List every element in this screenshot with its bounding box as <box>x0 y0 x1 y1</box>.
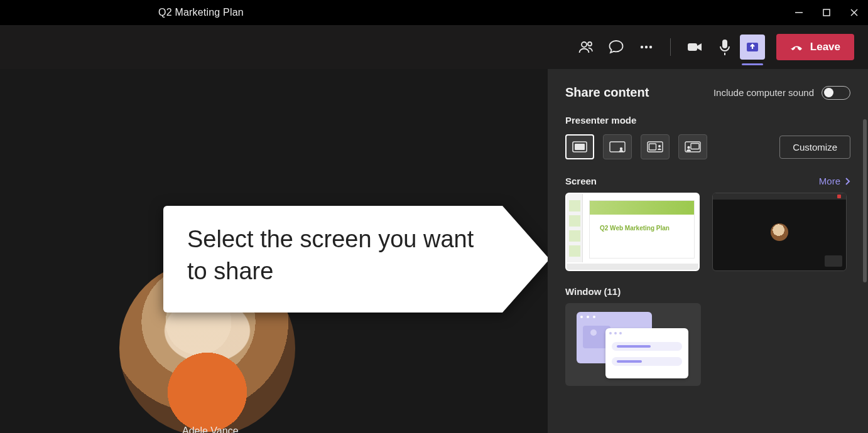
minimize-button[interactable] <box>793 6 805 19</box>
svg-point-18 <box>658 145 661 147</box>
close-button[interactable] <box>848 6 860 19</box>
presenter-mode-row: Customize <box>565 134 850 159</box>
svg-rect-9 <box>688 43 697 51</box>
include-sound-label: Include computer sound <box>713 87 814 98</box>
svg-point-7 <box>645 46 648 48</box>
include-sound-toggle[interactable] <box>822 86 850 100</box>
more-actions-button[interactable] <box>631 32 661 62</box>
leave-button-label: Leave <box>810 41 840 53</box>
call-toolbar: Leave <box>0 25 868 69</box>
customize-button[interactable]: Customize <box>779 136 850 159</box>
presenter-mode-side-by-side[interactable] <box>641 134 670 159</box>
presenter-mode-standout[interactable] <box>603 134 632 159</box>
window-section-label: Window (11) <box>565 286 850 297</box>
presenter-mode-content-only[interactable] <box>565 134 594 159</box>
svg-rect-13 <box>575 144 585 150</box>
video-stage: Adele Vance Select the screen you want t… <box>0 69 548 433</box>
svg-point-8 <box>649 46 652 48</box>
svg-point-5 <box>588 42 592 46</box>
toolbar-divider <box>670 38 671 56</box>
chevron-right-icon <box>844 178 850 185</box>
svg-rect-20 <box>691 144 699 149</box>
screen-1-slide-title: Q2 Web Marketing Plan <box>600 225 686 232</box>
window-controls <box>793 6 860 19</box>
share-content-panel: Share content Include computer sound Pre… <box>548 69 868 433</box>
instruction-callout-text: Select the screen you want to share <box>163 206 502 313</box>
screen-thumbnail-2[interactable] <box>712 193 847 271</box>
window-title: Q2 Marketing Plan <box>158 7 244 18</box>
share-content-button[interactable] <box>740 35 765 60</box>
panel-scrollbar[interactable] <box>863 119 867 282</box>
callout-arrow-icon <box>502 206 548 313</box>
instruction-callout: Select the screen you want to share <box>163 206 548 313</box>
svg-point-4 <box>582 42 587 47</box>
hangup-icon <box>790 40 804 54</box>
svg-point-21 <box>687 146 690 149</box>
title-bar: Q2 Marketing Plan <box>0 0 868 25</box>
svg-point-6 <box>641 46 643 48</box>
screen-thumbnails: Q2 Web Marketing Plan <box>565 193 850 271</box>
leave-button[interactable]: Leave <box>776 34 854 60</box>
svg-rect-14 <box>610 142 625 152</box>
screen-more-link[interactable]: More <box>819 176 850 186</box>
microphone-button[interactable] <box>710 32 740 62</box>
chat-button[interactable] <box>601 32 631 62</box>
svg-rect-17 <box>649 144 656 150</box>
svg-rect-1 <box>823 9 830 16</box>
presenter-mode-label: Presenter mode <box>565 115 850 126</box>
window-thumbnail[interactable] <box>565 303 701 386</box>
screen-thumbnail-1[interactable]: Q2 Web Marketing Plan <box>565 193 700 271</box>
share-panel-title: Share content <box>565 85 649 100</box>
maximize-button[interactable] <box>820 6 833 19</box>
participant-name-label: Adele Vance <box>182 425 239 433</box>
participants-button[interactable] <box>571 32 601 62</box>
presenter-mode-reporter[interactable] <box>678 134 707 159</box>
main-area: Adele Vance Select the screen you want t… <box>0 69 868 433</box>
svg-rect-10 <box>722 40 727 48</box>
svg-point-15 <box>620 147 622 150</box>
screen-section-label: Screen <box>565 176 597 186</box>
camera-button[interactable] <box>680 32 710 62</box>
more-label: More <box>819 176 840 186</box>
